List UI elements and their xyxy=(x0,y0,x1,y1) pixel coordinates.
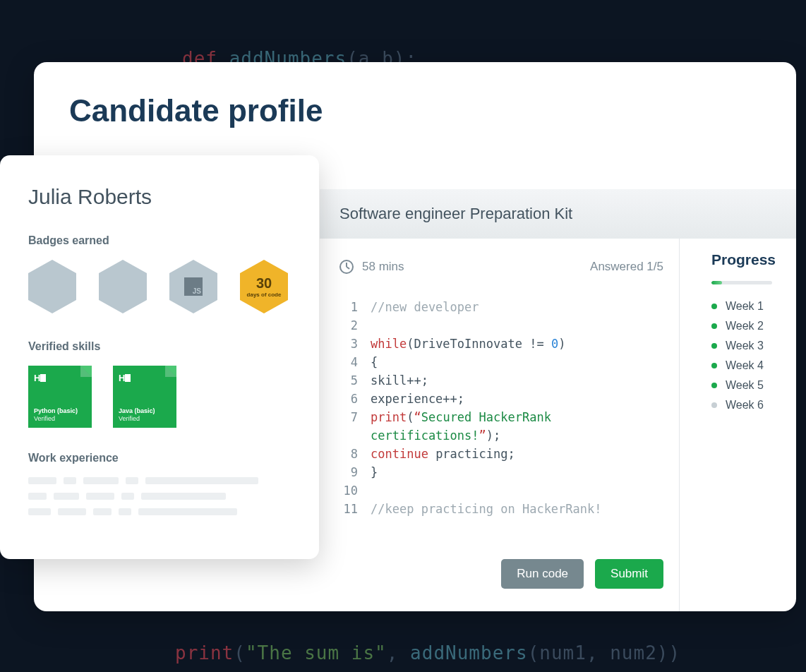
skill-name: Python (basic) xyxy=(34,407,86,415)
line-number: 3 xyxy=(339,335,358,353)
progress-week-list: Week 1Week 2Week 3Week 4Week 5Week 6 xyxy=(711,300,789,412)
line-number: 4 xyxy=(339,353,358,371)
progress-week-item[interactable]: Week 2 xyxy=(711,320,789,332)
skill-verified: Verified xyxy=(34,415,86,422)
line-number: 5 xyxy=(339,371,358,390)
code-line: 2 xyxy=(339,316,663,335)
code-content: } xyxy=(371,463,378,481)
work-experience-placeholder xyxy=(28,477,291,515)
svg-marker-0 xyxy=(28,260,76,313)
code-line: 9} xyxy=(339,463,663,481)
page-title: Candidate profile xyxy=(69,93,323,128)
status-dot-done-icon xyxy=(711,304,717,309)
skills-row: H Python (basic) Verified H Java (basic)… xyxy=(28,366,291,428)
run-code-button[interactable]: Run code xyxy=(501,559,584,589)
badges-label: Badges earned xyxy=(28,234,291,247)
skill-card-java: H Java (basic) Verified xyxy=(113,366,176,428)
code-line: 8continue practicing; xyxy=(339,445,663,463)
line-number: 7 xyxy=(339,408,358,445)
progress-title: Progress xyxy=(711,251,789,268)
editor-actions: Run code Submit xyxy=(501,559,663,589)
line-number: 10 xyxy=(339,481,358,500)
kit-title: Software engineer Preparation Kit xyxy=(339,205,572,223)
code-line: 10 xyxy=(339,481,663,500)
week-label: Week 4 xyxy=(726,359,764,372)
code-editor[interactable]: 1//new developer23while(DriveToInnovate … xyxy=(339,298,663,518)
editor-meta: 58 mins Answered 1/5 xyxy=(339,260,663,274)
candidate-name: Julia Roberts xyxy=(28,185,291,209)
code-content: print(“Secured HackerRank certifications… xyxy=(371,408,663,445)
badge-javascript: JS xyxy=(169,260,217,313)
badge-java xyxy=(99,260,147,313)
status-dot-done-icon xyxy=(711,323,717,329)
kit-header: Software engineer Preparation Kit xyxy=(320,189,796,239)
progress-fill xyxy=(711,281,722,284)
line-number: 1 xyxy=(339,298,358,316)
status-dot-done-icon xyxy=(711,363,717,368)
days-of-code-number: 30 xyxy=(256,275,272,292)
progress-week-item[interactable]: Week 5 xyxy=(711,379,789,392)
hackerrank-logo-icon: H xyxy=(119,373,171,383)
background-code-bottom: print("The sum is", addNumbers(num1, num… xyxy=(175,642,680,664)
code-content: continue practicing; xyxy=(371,445,515,463)
status-dot-done-icon xyxy=(711,383,717,388)
javascript-icon: JS xyxy=(184,277,203,296)
days-of-code-text: days of code xyxy=(247,292,282,298)
code-content: { xyxy=(371,353,378,371)
status-dot-done-icon xyxy=(711,343,717,349)
badges-row: JS 30 days of code xyxy=(28,260,291,313)
progress-week-item[interactable]: Week 6 xyxy=(711,399,789,412)
progress-bar xyxy=(711,281,772,284)
week-label: Week 2 xyxy=(726,320,764,332)
code-content: //keep practicing on HackerRank! xyxy=(371,500,602,518)
time-remaining: 58 mins xyxy=(362,260,404,274)
badge-days-of-code: 30 days of code xyxy=(240,260,288,313)
week-label: Week 6 xyxy=(726,399,764,412)
line-number: 11 xyxy=(339,500,358,518)
code-line: 1//new developer xyxy=(339,298,663,316)
line-number: 2 xyxy=(339,316,358,335)
work-experience-label: Work experience xyxy=(28,452,291,464)
skill-name: Java (basic) xyxy=(119,407,171,415)
code-content: experience++; xyxy=(371,390,464,408)
progress-week-item[interactable]: Week 3 xyxy=(711,340,789,352)
answered-count: Answered 1/5 xyxy=(590,260,663,274)
week-label: Week 3 xyxy=(726,340,764,352)
profile-card: Julia Roberts Badges earned JS 30 days o xyxy=(0,155,319,559)
code-line: 5skill++; xyxy=(339,371,663,390)
progress-week-item[interactable]: Week 4 xyxy=(711,359,789,372)
code-line: 3while(DriveToInnovate != 0) xyxy=(339,335,663,353)
clock-icon xyxy=(339,260,354,274)
skill-verified: Verified xyxy=(119,415,171,422)
code-content: while(DriveToInnovate != 0) xyxy=(371,335,565,353)
week-label: Week 5 xyxy=(726,379,764,392)
progress-week-item[interactable]: Week 1 xyxy=(711,300,789,313)
code-content: //new developer xyxy=(371,298,479,316)
badge-python xyxy=(28,260,76,313)
line-number: 8 xyxy=(339,445,358,463)
svg-marker-1 xyxy=(99,260,147,313)
code-content: skill++; xyxy=(371,371,428,390)
skill-card-python: H Python (basic) Verified xyxy=(28,366,92,428)
skills-label: Verified skills xyxy=(28,340,291,353)
hackerrank-logo-icon: H xyxy=(34,373,86,383)
code-line: 7print(“Secured HackerRank certification… xyxy=(339,408,663,445)
editor-area: 58 mins Answered 1/5 1//new developer23w… xyxy=(320,239,680,611)
code-line: 11//keep practicing on HackerRank! xyxy=(339,500,663,518)
code-line: 4{ xyxy=(339,353,663,371)
progress-panel: Progress Week 1Week 2Week 3Week 4Week 5W… xyxy=(711,251,789,419)
line-number: 9 xyxy=(339,463,358,481)
week-label: Week 1 xyxy=(726,300,764,313)
code-line: 6experience++; xyxy=(339,390,663,408)
line-number: 6 xyxy=(339,390,358,408)
submit-button[interactable]: Submit xyxy=(595,559,663,589)
status-dot-undone-icon xyxy=(711,402,717,408)
